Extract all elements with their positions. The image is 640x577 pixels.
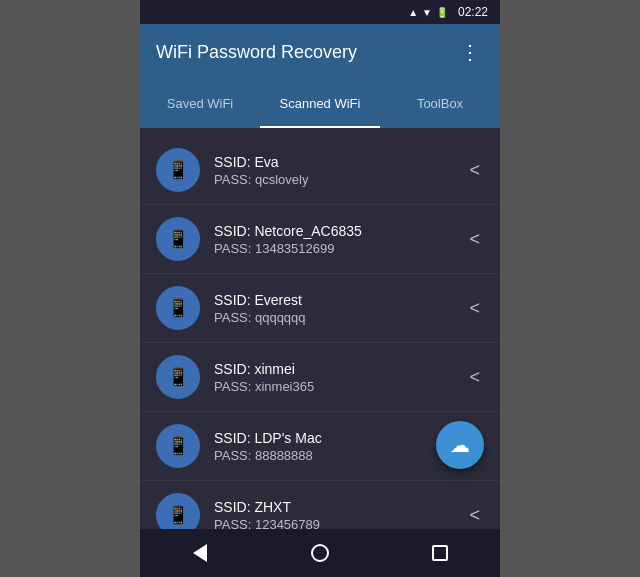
recents-button[interactable] <box>416 529 464 577</box>
phone-icon: 📱 <box>167 435 189 457</box>
wifi-ssid-label: SSID: Everest <box>214 292 465 308</box>
back-button[interactable] <box>176 529 224 577</box>
home-button[interactable] <box>296 529 344 577</box>
wifi-list-item: 📱 SSID: Netcore_AC6835 PASS: 13483512699… <box>140 205 500 274</box>
wifi-item-icon-wrap: 📱 <box>156 217 200 261</box>
wifi-item-icon-wrap: 📱 <box>156 148 200 192</box>
wifi-ssid-label: SSID: LDP's Mac <box>214 430 465 446</box>
wifi-pass-label: PASS: 13483512699 <box>214 241 465 256</box>
wifi-item-info: SSID: xinmei PASS: xinmei365 <box>214 361 465 394</box>
wifi-item-info: SSID: Eva PASS: qcslovely <box>214 154 465 187</box>
phone-icon: 📱 <box>167 297 189 319</box>
tab-bar: Saved WiFi Scanned WiFi ToolBox <box>140 80 500 128</box>
tab-toolbox[interactable]: ToolBox <box>380 80 500 128</box>
wifi-item-info: SSID: Netcore_AC6835 PASS: 13483512699 <box>214 223 465 256</box>
app-header: WiFi Password Recovery ⋮ <box>140 24 500 80</box>
wifi-list-item: 📱 SSID: ZHXT PASS: 123456789 < <box>140 481 500 529</box>
phone-icon: 📱 <box>167 228 189 250</box>
phone-icon: 📱 <box>167 366 189 388</box>
back-icon <box>193 544 207 562</box>
clock: 02:22 <box>458 5 488 19</box>
wifi-pass-label: PASS: 123456789 <box>214 517 465 530</box>
app-title: WiFi Password Recovery <box>156 42 456 63</box>
wifi-list: 📱 SSID: Eva PASS: qcslovely < 📱 SSID: Ne… <box>140 128 500 529</box>
phone-icon: 📱 <box>167 504 189 526</box>
recents-icon <box>432 545 448 561</box>
wifi-item-icon-wrap: 📱 <box>156 493 200 529</box>
battery-icon: 🔋 <box>436 7 448 18</box>
share-button[interactable]: < <box>465 294 484 323</box>
wifi-list-item: 📱 SSID: Eva PASS: qcslovely < <box>140 136 500 205</box>
phone-icon: 📱 <box>167 159 189 181</box>
wifi-ssid-label: SSID: Netcore_AC6835 <box>214 223 465 239</box>
share-button[interactable]: < <box>465 501 484 530</box>
wifi-list-item: 📱 SSID: Everest PASS: qqqqqqq < <box>140 274 500 343</box>
wifi-pass-label: PASS: 88888888 <box>214 448 465 463</box>
tab-saved-wifi[interactable]: Saved WiFi <box>140 80 260 128</box>
wifi-item-info: SSID: Everest PASS: qqqqqqq <box>214 292 465 325</box>
home-icon <box>311 544 329 562</box>
share-button[interactable]: < <box>465 156 484 185</box>
tab-scanned-wifi[interactable]: Scanned WiFi <box>260 80 380 128</box>
signal-icon: ▲ <box>408 7 418 18</box>
share-button[interactable]: < <box>465 363 484 392</box>
wifi-item-icon-wrap: 📱 <box>156 424 200 468</box>
wifi-list-item: 📱 SSID: xinmei PASS: xinmei365 < <box>140 343 500 412</box>
wifi-pass-label: PASS: qqqqqqq <box>214 310 465 325</box>
wifi-item-icon-wrap: 📱 <box>156 355 200 399</box>
phone-frame: ▲ ▼ 🔋 02:22 WiFi Password Recovery ⋮ Sav… <box>140 0 500 577</box>
menu-button[interactable]: ⋮ <box>456 36 484 68</box>
wifi-ssid-label: SSID: xinmei <box>214 361 465 377</box>
wifi-ssid-label: SSID: ZHXT <box>214 499 465 515</box>
wifi-item-icon-wrap: 📱 <box>156 286 200 330</box>
wifi-signal-icon: ▼ <box>422 7 432 18</box>
share-button[interactable]: < <box>465 225 484 254</box>
wifi-pass-label: PASS: xinmei365 <box>214 379 465 394</box>
upload-fab-button[interactable]: ☁ <box>436 421 484 469</box>
wifi-item-info: SSID: LDP's Mac PASS: 88888888 <box>214 430 465 463</box>
wifi-pass-label: PASS: qcslovely <box>214 172 465 187</box>
navigation-bar <box>140 529 500 577</box>
wifi-item-info: SSID: ZHXT PASS: 123456789 <box>214 499 465 530</box>
status-icons: ▲ ▼ 🔋 02:22 <box>408 5 488 19</box>
wifi-ssid-label: SSID: Eva <box>214 154 465 170</box>
upload-icon: ☁ <box>450 433 470 457</box>
status-bar: ▲ ▼ 🔋 02:22 <box>140 0 500 24</box>
